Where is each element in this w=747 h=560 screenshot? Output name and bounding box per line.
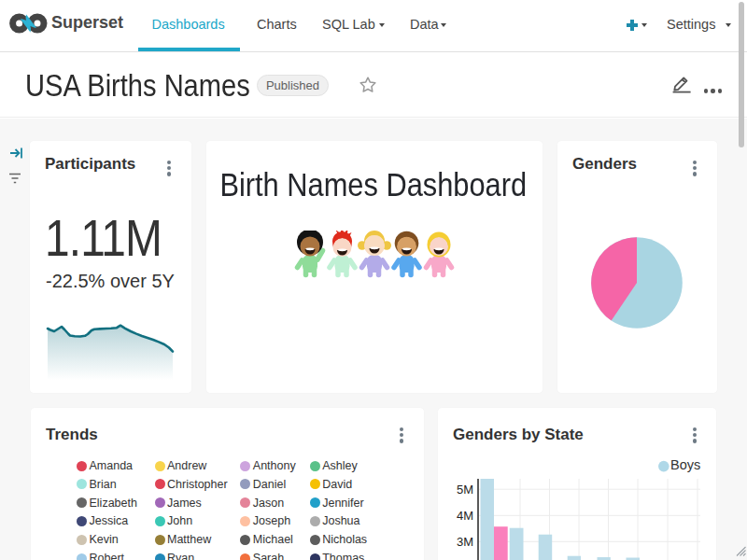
svg-text:3M: 3M — [457, 535, 473, 549]
svg-text:5M: 5M — [457, 483, 473, 497]
svg-text:Boys: Boys — [670, 457, 700, 472]
svg-text:4M: 4M — [457, 509, 473, 523]
